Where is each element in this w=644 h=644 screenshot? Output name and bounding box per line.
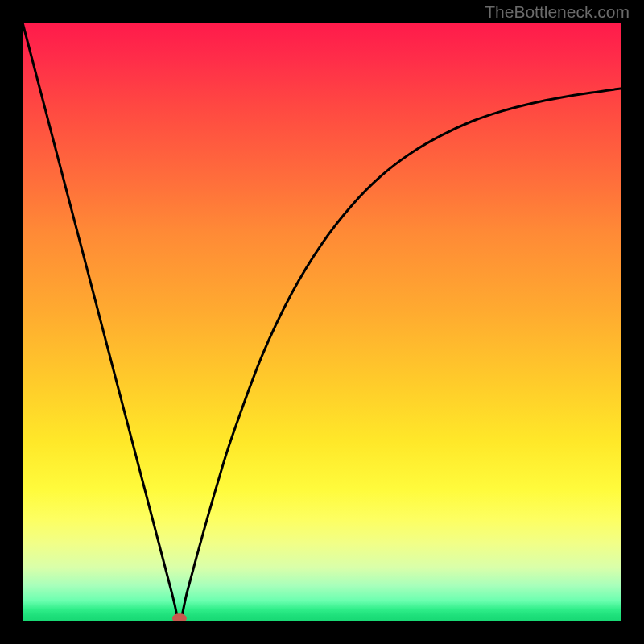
minimum-marker [172, 613, 187, 621]
plot-area [23, 23, 621, 621]
chart-container: TheBottleneck.com [0, 0, 644, 644]
watermark-text: TheBottleneck.com [485, 2, 630, 22]
curve-layer [23, 23, 621, 621]
bottleneck-curve-path [23, 23, 621, 621]
